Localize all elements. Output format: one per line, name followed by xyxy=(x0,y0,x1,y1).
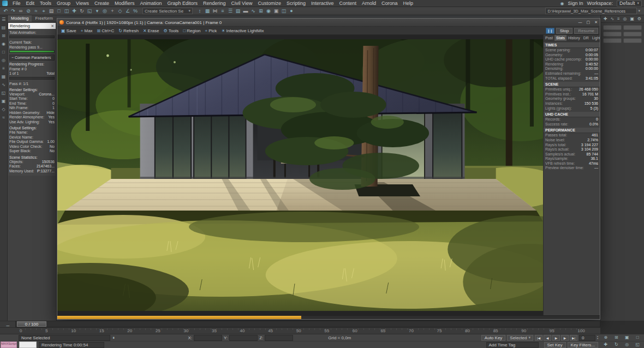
select-and-move-icon[interactable]: ✚ xyxy=(70,7,78,15)
zoom-icon[interactable]: ⊕ xyxy=(604,335,607,340)
menu-item[interactable]: File xyxy=(10,1,23,6)
fov-icon[interactable]: ◎ xyxy=(625,342,629,347)
grid-strip-icon[interactable]: ⊞ xyxy=(2,34,5,38)
time-slider-track[interactable]: 0 / 100 xyxy=(15,321,600,327)
zoom-extents-icon[interactable]: ▣ xyxy=(625,335,629,340)
modify-tab-icon[interactable]: ∿ xyxy=(610,16,614,21)
pick-button[interactable]: + Pick xyxy=(203,27,219,34)
motion-tab-icon[interactable]: ◎ xyxy=(623,16,627,21)
menu-item[interactable]: Interactive xyxy=(308,1,337,6)
go-to-start-button[interactable]: |◀ xyxy=(535,335,542,341)
close-button[interactable]: ✕ xyxy=(594,20,598,25)
send-to-max-button[interactable]: + Max xyxy=(79,27,95,34)
rendered-frame-window-icon[interactable]: ◫ xyxy=(280,7,288,15)
stop-button[interactable]: Stop xyxy=(556,28,573,34)
zoom-region-icon[interactable]: □ xyxy=(636,335,639,340)
maximize-viewport-icon[interactable]: ◱ xyxy=(635,342,640,347)
menu-item[interactable]: Create xyxy=(92,1,112,6)
vfb-tab[interactable]: LightMix xyxy=(591,35,600,41)
workspace-dropdown[interactable]: Default ▾ xyxy=(617,1,642,7)
x-coordinate-field[interactable] xyxy=(194,335,222,341)
menu-item[interactable]: Graph Editors xyxy=(164,1,200,6)
chevron-down-icon[interactable]: ▾ xyxy=(638,9,640,13)
save-button[interactable]: ▣ Save xyxy=(59,27,79,34)
vfb-tab[interactable]: Post xyxy=(544,35,554,41)
max-logo-icon[interactable] xyxy=(2,1,8,6)
menu-item[interactable]: Animation xyxy=(137,1,164,6)
y-coordinate-field[interactable] xyxy=(229,335,258,341)
layers-strip-icon[interactable]: ▤ xyxy=(2,26,6,30)
select-and-manipulate-icon[interactable]: + xyxy=(109,7,116,15)
hierarchy-tab-icon[interactable]: ≡ xyxy=(617,16,620,21)
utilities-tab-icon[interactable]: ⚙ xyxy=(637,16,641,21)
pan-icon[interactable]: ✚ xyxy=(604,342,607,347)
wave-strip-icon[interactable]: ≈ xyxy=(2,116,4,120)
refresh-button[interactable]: ↻ Refresh xyxy=(116,27,141,34)
tools-button[interactable]: ⚙ Tools xyxy=(162,27,181,34)
auto-key-button[interactable]: Auto Key xyxy=(481,335,505,341)
ribbon-tab[interactable]: Modeling xyxy=(8,15,32,22)
orbit-icon[interactable]: ↻ xyxy=(615,342,618,347)
select-object-icon[interactable]: ⌖ xyxy=(40,7,47,15)
render-production-icon[interactable]: ● xyxy=(288,7,295,15)
sign-in-button[interactable]: Sign In xyxy=(568,1,583,6)
play-button[interactable]: ▶ xyxy=(552,335,560,341)
list-strip-icon[interactable]: ≡ xyxy=(2,67,5,71)
menu-item[interactable]: Rendering xyxy=(200,1,229,6)
selection-region-icon[interactable]: □ xyxy=(55,7,63,15)
resume-button[interactable]: Resume xyxy=(574,28,598,34)
z-coordinate-field[interactable] xyxy=(265,335,293,341)
vfb-titlebar[interactable]: Corona 4 (Hotfix 1) | 1920×1080px (1:1) … xyxy=(57,19,600,27)
mirror-icon[interactable]: ⋈ xyxy=(211,7,219,15)
undo-icon[interactable]: ↶ xyxy=(2,7,9,15)
menu-item[interactable]: Help xyxy=(401,1,416,6)
set-key-button[interactable]: Set Key xyxy=(544,342,566,348)
zoom-all-icon[interactable]: ⊞ xyxy=(615,335,618,340)
pivot-strip-icon[interactable]: ◎ xyxy=(2,58,5,63)
close-icon[interactable]: ✕ xyxy=(51,23,54,29)
material-editor-icon[interactable]: ◉ xyxy=(265,7,272,15)
common-parameters-rollout[interactable]: − Common Parameters xyxy=(9,55,55,61)
layer-explorer-icon[interactable]: ▤ xyxy=(234,7,242,15)
redo-icon[interactable]: ↷ xyxy=(9,7,17,15)
reference-coordinate-dropdown-icon[interactable]: ▾ xyxy=(93,7,101,15)
ribbon-toggle-icon[interactable]: ▬ xyxy=(242,7,249,15)
current-frame-field[interactable]: 0 xyxy=(579,335,595,341)
go-to-end-button[interactable]: ▶| xyxy=(570,335,577,341)
schematic-view-icon[interactable]: ⊞ xyxy=(257,7,265,15)
copy-button[interactable]: ⊞ Ctrl+C xyxy=(95,27,117,34)
align-icon[interactable]: ≡ xyxy=(219,7,226,15)
scene-explorer-strip-icon[interactable]: ☰ xyxy=(2,17,5,22)
region-strip-icon[interactable]: □ xyxy=(2,50,5,55)
vfb-tab[interactable]: Stats xyxy=(554,35,567,41)
spinner-down-icon[interactable]: ▾ xyxy=(597,338,598,340)
menu-item[interactable]: Arnold xyxy=(359,1,379,6)
render-image[interactable] xyxy=(57,35,543,315)
render-setup-icon[interactable]: ▣ xyxy=(272,7,280,15)
minimize-button[interactable]: — xyxy=(579,20,582,25)
spinner-snap-icon[interactable]: ↕ xyxy=(196,7,204,15)
window-crossing-icon[interactable]: ◫ xyxy=(63,7,70,15)
ribbon-tab[interactable]: Freeform xyxy=(32,15,56,22)
command-panel-button[interactable] xyxy=(603,25,622,30)
region-button[interactable]: □ Region xyxy=(181,27,202,34)
vfb-tab[interactable]: DR xyxy=(582,35,591,41)
menu-item[interactable]: Edit xyxy=(23,1,38,6)
maxscript-listener-white[interactable] xyxy=(19,341,37,348)
maxscript-mini-listener[interactable]: MAXScript Mi xyxy=(1,341,17,348)
menu-item[interactable]: Tools xyxy=(37,1,54,6)
curve-editor-icon[interactable]: ∿ xyxy=(249,7,257,15)
menu-item[interactable]: Scripting xyxy=(284,1,308,6)
menu-item[interactable]: Customize xyxy=(255,1,284,6)
command-panel-button[interactable] xyxy=(623,25,642,30)
time-slider-handle[interactable]: 0 / 100 xyxy=(17,321,46,327)
angle-snap-icon[interactable]: ∠ xyxy=(124,7,132,15)
select-and-rotate-icon[interactable]: ↻ xyxy=(78,7,86,15)
render-strip-icon[interactable]: ▣ xyxy=(2,99,6,104)
cells-strip-icon[interactable]: ▦ xyxy=(2,75,6,79)
add-time-tag[interactable]: Add Time Tag xyxy=(486,342,539,348)
command-panel-button[interactable] xyxy=(623,38,642,43)
create-tab-icon[interactable]: ✚ xyxy=(604,16,607,21)
use-pivot-center-icon[interactable]: ◎ xyxy=(101,7,109,15)
scale-strip-icon[interactable]: ◱ xyxy=(2,91,6,95)
